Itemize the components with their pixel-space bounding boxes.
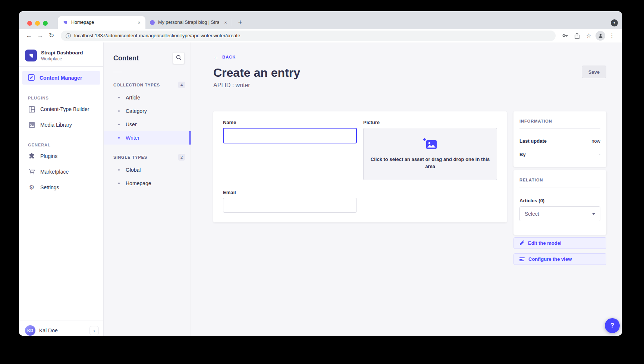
browser-window: Homepage × My personal Strapi blog | Str… (19, 11, 622, 336)
collection-types-count-badge: 4 (178, 82, 185, 88)
password-key-icon[interactable] (560, 31, 570, 41)
bullet-icon (118, 169, 120, 171)
by-label: By (519, 152, 526, 157)
sidebar-item-label: Plugins (40, 153, 57, 159)
sidebar-item-marketplace[interactable]: Marketplace (19, 165, 103, 178)
brand[interactable]: Strapi Dashboard Workplace (19, 42, 103, 66)
collection-item-label: Writer (126, 135, 139, 141)
brand-subtitle: Workplace (41, 56, 83, 61)
single-item-homepage[interactable]: Homepage (104, 177, 191, 190)
brand-text: Strapi Dashboard Workplace (41, 50, 83, 61)
last-update-value: now (591, 138, 600, 144)
content-sidebar-divider (113, 72, 122, 72)
last-update-label: Last update (519, 138, 547, 144)
content-type-builder-icon (28, 106, 35, 113)
sidebar-item-label: Content-Type Builder (40, 106, 89, 112)
close-tab-icon[interactable]: × (223, 20, 229, 25)
name-field-group: Name (223, 120, 357, 180)
cart-icon (28, 168, 35, 175)
back-label: BACK (222, 55, 236, 59)
single-item-label: Homepage (126, 180, 151, 186)
last-update-row: Last update now (519, 138, 600, 144)
sidebar-item-content-manager[interactable]: Content Manager (22, 71, 100, 85)
content-manager-pen-icon (28, 74, 35, 82)
site-info-icon[interactable]: i (66, 33, 71, 38)
blog-favicon (150, 20, 155, 25)
collection-item-category[interactable]: Category (104, 104, 191, 118)
sidebar-item-media-library[interactable]: Media Library (19, 118, 103, 132)
content-sidebar: Content COLLECTION TYPES 4 Article (104, 42, 191, 336)
entry-form-card: Name Picture (213, 111, 507, 222)
configure-icon (519, 257, 525, 261)
sidebar-item-label: Content Manager (40, 75, 82, 81)
strapi-favicon (62, 20, 68, 25)
collapse-sidebar-button[interactable]: ‹ (89, 326, 99, 335)
puzzle-icon (28, 153, 35, 159)
sidebar-item-plugins[interactable]: Plugins (19, 149, 103, 163)
configure-view-button[interactable]: Configure the view (513, 253, 606, 265)
tabs: Homepage × My personal Strapi blog | Str… (58, 16, 245, 29)
user-row[interactable]: KD Kai Doe ‹ (19, 320, 103, 336)
strapi-app: Strapi Dashboard Workplace Content Manag… (19, 42, 622, 336)
collection-types-list: Article Category User Writer (104, 91, 191, 145)
tab-homepage[interactable]: Homepage × (58, 16, 145, 29)
user-avatar[interactable]: KD (25, 325, 35, 336)
name-input[interactable] (223, 128, 357, 143)
single-types-header: SINGLE TYPES (113, 155, 147, 159)
collection-item-article[interactable]: Article (104, 91, 191, 104)
back-button[interactable]: ← (24, 31, 34, 41)
forward-button[interactable]: → (35, 31, 45, 41)
relation-divider (519, 187, 600, 187)
single-types-list: Global Homepage (104, 163, 191, 190)
tab-strip: Homepage × My personal Strapi blog | Str… (19, 11, 622, 29)
close-window-button[interactable] (27, 21, 32, 26)
tab-strapi-blog[interactable]: My personal Strapi blog | Strap × (145, 16, 232, 29)
api-id-subtitle: API ID : writer (213, 82, 606, 89)
single-item-global[interactable]: Global (104, 163, 191, 177)
collection-item-label: Category (126, 108, 147, 114)
bullet-icon (118, 183, 120, 184)
bullet-icon (118, 97, 120, 98)
bullet-icon (118, 110, 120, 112)
minimize-window-button[interactable] (35, 21, 40, 26)
collection-item-user[interactable]: User (104, 118, 191, 131)
zoom-window-button[interactable] (43, 21, 48, 26)
title-row: Create an entry Save (213, 66, 606, 80)
sidebar-item-label: Settings (40, 184, 59, 190)
plugins-section-header: PLUGINS (19, 96, 103, 100)
gear-icon: ⚙ (28, 184, 35, 192)
edit-model-button[interactable]: Edit the model (513, 237, 606, 249)
content-sidebar-header: Content (104, 42, 191, 64)
save-button[interactable]: Save (582, 66, 606, 78)
bookmark-star-icon[interactable]: ☆ (584, 31, 594, 41)
email-input[interactable] (223, 198, 357, 213)
share-icon[interactable] (572, 31, 582, 41)
tab-title: Homepage (71, 20, 133, 25)
by-row: By - (519, 152, 600, 157)
browser-menu-icon[interactable]: ⋮ (607, 31, 617, 41)
picture-dropzone[interactable]: Click to select an asset or drag and dro… (363, 128, 497, 180)
information-card: INFORMATION Last update now By - (513, 111, 606, 167)
back-link[interactable]: ← BACK (213, 54, 236, 60)
sidebar-item-settings[interactable]: ⚙ Settings (19, 181, 103, 194)
picture-label: Picture (363, 120, 497, 125)
sidebar-item-label: Marketplace (40, 169, 69, 175)
by-value: - (599, 152, 600, 157)
collection-item-writer[interactable]: Writer (104, 131, 191, 145)
edit-model-label: Edit the model (528, 240, 562, 246)
articles-select[interactable]: Select (519, 206, 600, 221)
address-bar[interactable]: i localhost:1337/admin/content-manager/c… (61, 31, 556, 41)
single-types-count-badge: 2 (178, 154, 185, 161)
back-arrow-icon: ← (213, 54, 219, 60)
single-item-label: Global (126, 167, 141, 173)
brand-title: Strapi Dashboard (41, 50, 83, 56)
tab-search-button[interactable]: ▼ (611, 19, 618, 26)
right-panel: INFORMATION Last update now By - RELATIO… (513, 111, 606, 265)
sidebar-item-content-type-builder[interactable]: Content-Type Builder (19, 102, 103, 116)
browser-profile-avatar[interactable] (596, 31, 605, 41)
reload-button[interactable]: ↻ (46, 31, 57, 41)
close-tab-icon[interactable]: × (136, 20, 142, 25)
new-tab-button[interactable]: + (235, 17, 245, 28)
search-button[interactable] (173, 52, 185, 64)
help-button[interactable]: ? (605, 318, 620, 333)
